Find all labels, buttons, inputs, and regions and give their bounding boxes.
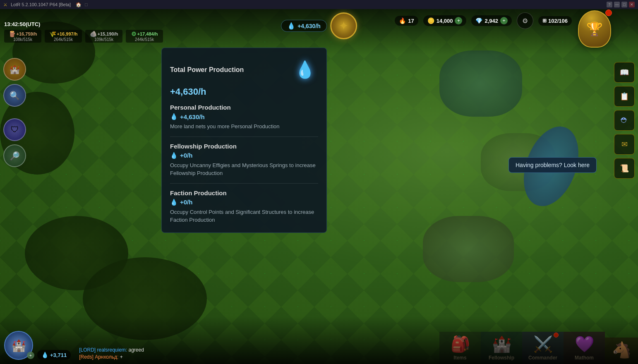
top-right-resources: 🔥 17 🪙 14,000 + 💎 2,942 + ⚙ ⊞ 102/106 (395, 12, 572, 29)
personal-production-section: Personal Production 💧 +4,630/h More land… (170, 104, 318, 137)
resource-bars: 🪵 +16,759/h 108k/515k 🌾 +16,997/h 264k/5… (4, 30, 163, 43)
faction-emblem[interactable]: ✦ (330, 12, 357, 39)
knight-avatar[interactable]: 🏆 (578, 10, 615, 52)
player-avatar[interactable]: 🏰 + (4, 331, 33, 360)
top-left-hud: 13:42:50(UTC) 🪵 +16,759/h 108k/515k 🌾 +1… (4, 21, 163, 43)
ore-current: 244k/515k (135, 37, 154, 42)
stone-resource: 🪨 +15,190/h 109k/515k (85, 30, 122, 43)
gold-resource: 🪙 14,000 + (423, 15, 467, 26)
popup-total-value: +4,630/h (170, 86, 318, 97)
fires-resource: 🔥 17 (395, 16, 418, 26)
castle-button[interactable]: 🏰 (3, 58, 26, 81)
player-avatar-container: 🏰 + (4, 331, 33, 360)
popup-flame-icon: 💧 (291, 56, 318, 83)
avatar-plus-button[interactable]: + (27, 352, 34, 359)
maximize-button[interactable]: □ (621, 2, 627, 7)
flame-icon-small-3: 💧 (170, 199, 178, 206)
zoom-button[interactable]: 🔎 (3, 144, 26, 167)
ore-resource: ⚙ +17,484/h 244k/515k (126, 30, 163, 43)
add-gems-button[interactable]: + (500, 17, 508, 24)
fire-icon: 🔥 (399, 17, 406, 24)
gems-resource: 💎 2,942 + (471, 15, 512, 26)
window-frame: ⚔ LotR 5.2.100.1047 P64 [Beta] 🏠 □ ? — □… (0, 0, 638, 9)
personal-production-desc: More land nets you more Personal Product… (170, 122, 318, 131)
wood-resource: 🪵 +16,759/h 108k/515k (4, 30, 41, 43)
time-display: 13:42:50(UTC) (4, 21, 163, 27)
bottom-left-hud: 🏰 + 💧 +3,711 (0, 327, 75, 364)
left-sidebar: 🏰 🔍 🛡 🔎 (3, 58, 26, 167)
help-tooltip[interactable]: Having problems? Look here (508, 157, 597, 173)
helmet-button[interactable]: ⛑ (614, 110, 635, 131)
gem-icon: 💎 (475, 17, 482, 24)
power-rate-badge[interactable]: 💧 +4,630/h (281, 20, 327, 32)
wood-rate: 🪵 +16,759/h (9, 31, 37, 37)
terrain-patch (423, 216, 514, 282)
chat-area: [LORD] realsrequiem: agreed [Reds] Арнхо… (75, 347, 638, 364)
food-resource: 🌾 +16,997/h 264k/515k (45, 30, 82, 43)
current-power-indicator: 💧 +3,711 (37, 350, 71, 360)
right-sidebar: 📖 📋 ⛑ ✉ 📜 (614, 62, 635, 179)
scroll-button[interactable]: 📜 (614, 158, 635, 179)
chat-sender-reds: [Reds] Арнхольд: (79, 354, 118, 360)
popup-header: Total Power Production 💧 (170, 56, 318, 83)
terrain-patch (439, 50, 522, 117)
add-gold-button[interactable]: + (455, 17, 462, 24)
minimize-button[interactable]: ? (607, 2, 612, 7)
shield-button[interactable]: 🛡 (3, 118, 26, 141)
tasks-button[interactable]: 📋 (614, 86, 635, 107)
notification-badge (605, 10, 612, 16)
faction-production-desc: Occupy Control Points and Significant St… (170, 208, 318, 224)
window-controls[interactable]: ? — □ ✕ (607, 2, 635, 7)
personal-production-value: 💧 +4,630/h (170, 113, 318, 120)
wood-current: 108k/515k (13, 37, 32, 42)
faction-production-value: 💧 +0/h (170, 199, 318, 206)
restore-button[interactable]: — (614, 2, 620, 7)
power-popup: Total Power Production 💧 +4,630/h Person… (161, 48, 327, 233)
faction-production-section: Faction Production 💧 +0/h Occupy Control… (170, 189, 318, 224)
search-map-button[interactable]: 🔍 (3, 84, 26, 107)
window-title: ⚔ LotR 5.2.100.1047 P64 [Beta] 🏠 □ (3, 2, 88, 7)
flame-icon-small-2: 💧 (170, 152, 178, 159)
center-hud: 💧 +4,630/h ✦ (281, 12, 357, 39)
ore-rate: ⚙ +17,484/h (131, 31, 158, 37)
fellowship-production-title: Fellowship Production (170, 143, 318, 150)
knight-figure: 🏆 (578, 10, 611, 48)
personal-production-title: Personal Production (170, 104, 318, 111)
chat-sender-lord: [LORD] realsrequiem: (79, 347, 127, 353)
fellowship-production-desc: Occupy Uncanny Effigies and Mysterious S… (170, 161, 318, 177)
flame-icon-small: 💧 (170, 113, 178, 120)
food-current: 264k/515k (54, 37, 73, 42)
fellowship-production-section: Fellowship Production 💧 +0/h Occupy Unca… (170, 143, 318, 184)
gold-icon: 🪙 (427, 17, 434, 24)
bottom-bar: 🏰 + 💧 +3,711 [LORD] realsrequiem: agreed… (0, 316, 638, 364)
tile-count: ⊞ 102/106 (538, 16, 572, 26)
fellowship-production-value: 💧 +0/h (170, 152, 318, 159)
mail-button[interactable]: ✉ (614, 134, 635, 155)
stone-current: 109k/515k (94, 37, 113, 42)
popup-title: Total Power Production (170, 66, 244, 74)
food-rate: 🌾 +16,997/h (49, 31, 78, 37)
chat-message-0: [LORD] realsrequiem: agreed (79, 347, 634, 353)
close-button[interactable]: ✕ (629, 2, 635, 7)
stone-rate: 🪨 +15,190/h (90, 31, 118, 37)
chat-message-1: [Reds] Арнхольд: + (79, 354, 634, 360)
book-button[interactable]: 📖 (614, 62, 635, 83)
faction-production-title: Faction Production (170, 189, 318, 196)
settings-button[interactable]: ⚙ (517, 12, 533, 29)
